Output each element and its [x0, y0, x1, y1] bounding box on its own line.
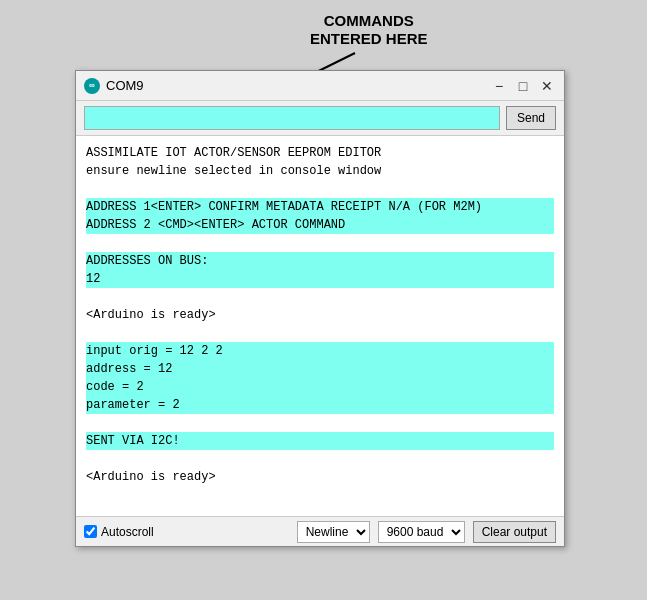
console-normal-line: <Arduino is ready> — [86, 306, 554, 324]
serial-monitor-window: ∞ COM9 − □ ✕ Send ASSIMILATE IOT ACTOR/S… — [75, 70, 565, 547]
console-blank-line — [86, 288, 554, 306]
autoscroll-label: Autoscroll — [101, 525, 154, 539]
arduino-icon: ∞ — [84, 78, 100, 94]
console-area[interactable]: ASSIMILATE IOT ACTOR/SENSOR EEPROM EDITO… — [76, 136, 564, 516]
titlebar: ∞ COM9 − □ ✕ — [76, 71, 564, 101]
console-cyan-line: parameter = 2 — [86, 396, 554, 414]
close-button[interactable]: ✕ — [538, 77, 556, 95]
console-cyan-line: code = 2 — [86, 378, 554, 396]
send-button[interactable]: Send — [506, 106, 556, 130]
console-cyan-line: address = 12 — [86, 360, 554, 378]
window-title: COM9 — [106, 78, 144, 93]
console-blank-line — [86, 234, 554, 252]
console-blank-line — [86, 180, 554, 198]
titlebar-controls: − □ ✕ — [490, 77, 556, 95]
console-cyan-line: ADDRESS 1<ENTER> CONFIRM METADATA RECEIP… — [86, 198, 554, 216]
console-normal-line: ensure newline selected in console windo… — [86, 162, 554, 180]
clear-output-button[interactable]: Clear output — [473, 521, 556, 543]
statusbar: Autoscroll Newline 9600 baud Clear outpu… — [76, 516, 564, 546]
autoscroll-checkbox[interactable] — [84, 525, 97, 538]
console-blank-line — [86, 414, 554, 432]
console-blank-line — [86, 450, 554, 468]
console-cyan-line: input orig = 12 2 2 — [86, 342, 554, 360]
outer-container: COMMANDS ENTERED HERE ADDRESSES SCANNED … — [0, 0, 647, 600]
baud-select[interactable]: 9600 baud — [378, 521, 465, 543]
annotation-commands-entered: COMMANDS ENTERED HERE — [310, 12, 428, 48]
console-cyan-line: SENT VIA I2C! — [86, 432, 554, 450]
maximize-button[interactable]: □ — [514, 77, 532, 95]
console-normal-line: ASSIMILATE IOT ACTOR/SENSOR EEPROM EDITO… — [86, 144, 554, 162]
autoscroll-check: Autoscroll — [84, 525, 154, 539]
console-normal-line: <Arduino is ready> — [86, 468, 554, 486]
console-cyan-line: ADDRESSES ON BUS: — [86, 252, 554, 270]
command-input[interactable] — [84, 106, 500, 130]
console-cyan-line: 12 — [86, 270, 554, 288]
console-cyan-line: ADDRESS 2 <CMD><ENTER> ACTOR COMMAND — [86, 216, 554, 234]
newline-select[interactable]: Newline — [297, 521, 370, 543]
titlebar-left: ∞ COM9 — [84, 78, 144, 94]
input-bar: Send — [76, 101, 564, 136]
minimize-button[interactable]: − — [490, 77, 508, 95]
console-blank-line — [86, 324, 554, 342]
